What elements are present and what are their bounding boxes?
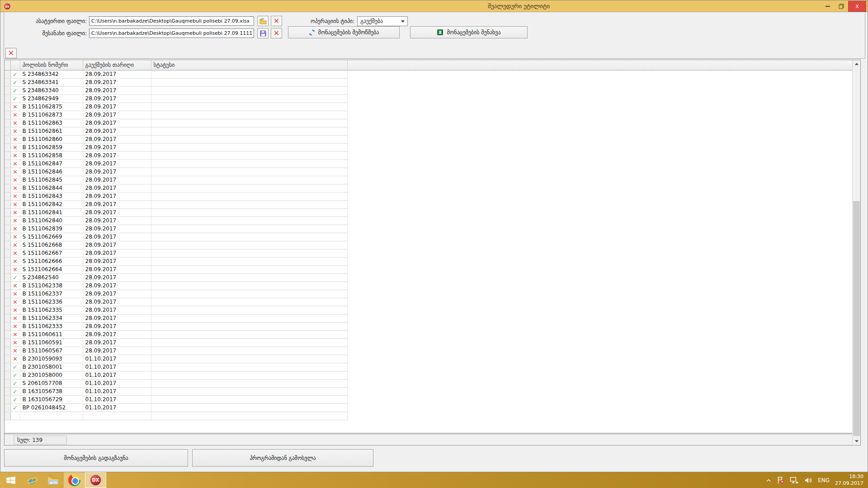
table-row[interactable]: ✓S 23486254028.09.2017 bbox=[5, 273, 347, 282]
cancel-date-cell: 28.09.2017 bbox=[83, 265, 151, 273]
table-row[interactable]: ✕B 151106285928.09.2017 bbox=[5, 143, 347, 151]
operation-type-value: გაუქმება bbox=[360, 18, 383, 24]
target-file-input[interactable] bbox=[89, 28, 254, 38]
language-indicator[interactable]: ENG bbox=[818, 477, 830, 483]
table-row[interactable]: ✕B 151106059128.09.2017 bbox=[5, 338, 347, 347]
file-form-panel: ასატვირთი ფაილი: ✕ ოპერაციის ტიპი: გაუქმ… bbox=[4, 12, 865, 59]
cross-icon: ✕ bbox=[10, 216, 20, 225]
status-header[interactable]: სტატუსი bbox=[151, 60, 347, 70]
triangle-down-icon bbox=[855, 440, 859, 442]
taskbar-chrome-button[interactable] bbox=[64, 472, 85, 488]
send-data-button[interactable]: მონაცემების გადაგზავნა bbox=[4, 449, 188, 467]
scroll-up-button[interactable] bbox=[853, 60, 860, 68]
table-row[interactable]: ✓B 163105672901.10.2017 bbox=[5, 395, 347, 404]
taskbar-explorer-button[interactable] bbox=[42, 472, 64, 488]
show-hidden-icons-chevron[interactable] bbox=[766, 479, 771, 482]
cancel-date-cell: 28.09.2017 bbox=[83, 143, 151, 151]
triangle-up-icon bbox=[855, 63, 859, 65]
start-button[interactable] bbox=[0, 472, 21, 488]
save-data-button[interactable]: X მონაცემების შენახვა bbox=[410, 26, 528, 38]
policy-number-header[interactable]: პოლისის ნომერი bbox=[20, 60, 83, 70]
table-row[interactable]: ✕B 151106233328.09.2017 bbox=[5, 322, 347, 330]
taskbar-dx-app-button[interactable]: DX bbox=[85, 472, 106, 488]
cancel-date-cell: 28.09.2017 bbox=[83, 103, 151, 111]
table-row[interactable]: ✕S 151106266828.09.2017 bbox=[5, 241, 347, 249]
tray-clock[interactable]: 18:30 27.09.2017 bbox=[835, 474, 863, 487]
table-row[interactable]: ✓B 230105800101.10.2017 bbox=[5, 363, 347, 371]
restore-button[interactable] bbox=[835, 1, 848, 12]
table-row[interactable]: ✕B 151106233828.09.2017 bbox=[5, 282, 347, 290]
table-row[interactable]: ✕B 151106286328.09.2017 bbox=[5, 119, 347, 127]
vertical-scrollbar[interactable] bbox=[852, 60, 860, 445]
network-icon[interactable] bbox=[790, 477, 799, 484]
operation-type-select[interactable]: გაუქმება bbox=[357, 16, 408, 26]
cross-icon: ✕ bbox=[10, 225, 20, 233]
exit-program-button[interactable]: პროგრამიდან გამოსვლა bbox=[192, 449, 373, 467]
abort-button[interactable]: ✕ bbox=[5, 48, 17, 58]
taskbar-ie-button[interactable]: e bbox=[21, 472, 42, 488]
table-row[interactable]: ✕B 151106284628.09.2017 bbox=[5, 168, 347, 176]
scroll-down-button[interactable] bbox=[853, 437, 860, 445]
cancel-date-header[interactable]: გაუქმების თარიღი bbox=[83, 60, 151, 70]
table-row[interactable]: ✕B 151106233628.09.2017 bbox=[5, 298, 347, 306]
table-row[interactable]: ✕B 151106283928.09.2017 bbox=[5, 225, 347, 233]
minimize-button[interactable] bbox=[821, 1, 835, 12]
table-row[interactable]: ✕B 151106284228.09.2017 bbox=[5, 200, 347, 208]
table-row[interactable]: ✕B 151106233428.09.2017 bbox=[5, 314, 347, 322]
table-row[interactable]: ✕B 151106284328.09.2017 bbox=[5, 192, 347, 200]
status-cell bbox=[151, 387, 347, 395]
table-row[interactable]: ✓S 23486334028.09.2017 bbox=[5, 86, 347, 94]
table-row[interactable]: ✕B 151106287528.09.2017 bbox=[5, 103, 347, 111]
table-row[interactable]: ✓S 23486334128.09.2017 bbox=[5, 78, 347, 86]
check-data-button[interactable]: მონაცემების შემოწმება bbox=[288, 26, 400, 38]
internet-explorer-icon: e bbox=[26, 474, 38, 487]
row-indicator bbox=[5, 363, 10, 371]
table-row[interactable]: ✕S 151106266428.09.2017 bbox=[5, 265, 347, 273]
table-row[interactable]: ✓BP 026104845201.10.2017 bbox=[5, 404, 347, 412]
table-row[interactable]: ✕B 151106284028.09.2017 bbox=[5, 216, 347, 225]
table-row[interactable]: ✕S 151106266728.09.2017 bbox=[5, 249, 347, 257]
close-button[interactable]: X bbox=[848, 1, 866, 12]
check-icon: ✓ bbox=[10, 395, 20, 404]
table-row[interactable]: ✕B 230105909301.10.2017 bbox=[5, 355, 347, 363]
volume-icon[interactable] bbox=[804, 477, 812, 484]
table-row[interactable]: ✕B 151106286028.09.2017 bbox=[5, 135, 347, 143]
row-indicator bbox=[5, 330, 10, 338]
status-cell bbox=[151, 322, 347, 330]
table-row[interactable]: ✕B 151106284728.09.2017 bbox=[5, 160, 347, 168]
row-indicator bbox=[5, 86, 10, 94]
table-row[interactable]: ✓B 230105800001.10.2017 bbox=[5, 371, 347, 379]
policies-table: პოლისის ნომერი გაუქმების თარიღი სტატუსი … bbox=[5, 60, 348, 420]
cancel-date-cell: 28.09.2017 bbox=[83, 306, 151, 314]
table-row[interactable]: ✕B 151106056728.09.2017 bbox=[5, 347, 347, 355]
table-row[interactable]: ✕B 151106061128.09.2017 bbox=[5, 330, 347, 338]
row-indicator bbox=[5, 249, 10, 257]
scrollbar-thumb[interactable] bbox=[853, 201, 860, 436]
action-center-flag-icon[interactable] bbox=[777, 476, 784, 484]
status-cell bbox=[151, 306, 347, 314]
status-cell bbox=[151, 314, 347, 322]
clear-target-button[interactable]: ✕ bbox=[271, 28, 282, 38]
cross-icon: ✕ bbox=[10, 208, 20, 216]
table-row[interactable]: ✕B 151106287328.09.2017 bbox=[5, 111, 347, 119]
table-row[interactable]: ✕B 151106285828.09.2017 bbox=[5, 151, 347, 160]
dx-app-icon: DX bbox=[90, 474, 102, 486]
table-row[interactable]: ✕B 151106284428.09.2017 bbox=[5, 184, 347, 192]
table-row[interactable]: ✕B 151106286128.09.2017 bbox=[5, 127, 347, 135]
table-row[interactable]: ✕S 151106266628.09.2017 bbox=[5, 257, 347, 265]
indicator-header bbox=[5, 60, 10, 70]
save-file-button[interactable] bbox=[257, 28, 269, 38]
table-row[interactable]: ✕B 151106284128.09.2017 bbox=[5, 208, 347, 216]
table-row[interactable]: ✕S 151106266928.09.2017 bbox=[5, 233, 347, 241]
cross-icon: ✕ bbox=[10, 338, 20, 347]
table-row[interactable]: ✓B 163105673801.10.2017 bbox=[5, 387, 347, 395]
table-row[interactable]: ✕B 151106233728.09.2017 bbox=[5, 290, 347, 298]
table-row[interactable]: ✕B 151106233528.09.2017 bbox=[5, 306, 347, 314]
source-file-input[interactable] bbox=[89, 16, 254, 26]
table-row[interactable]: ✓S 23486334228.09.2017 bbox=[5, 70, 347, 78]
table-row[interactable]: ✓S 23486294928.09.2017 bbox=[5, 94, 347, 103]
cancel-date-cell: 28.09.2017 bbox=[83, 119, 151, 127]
table-row[interactable]: ✓S 206105770801.10.2017 bbox=[5, 379, 347, 387]
table-row[interactable]: ✕B 151106284528.09.2017 bbox=[5, 176, 347, 184]
status-cell bbox=[151, 135, 347, 143]
